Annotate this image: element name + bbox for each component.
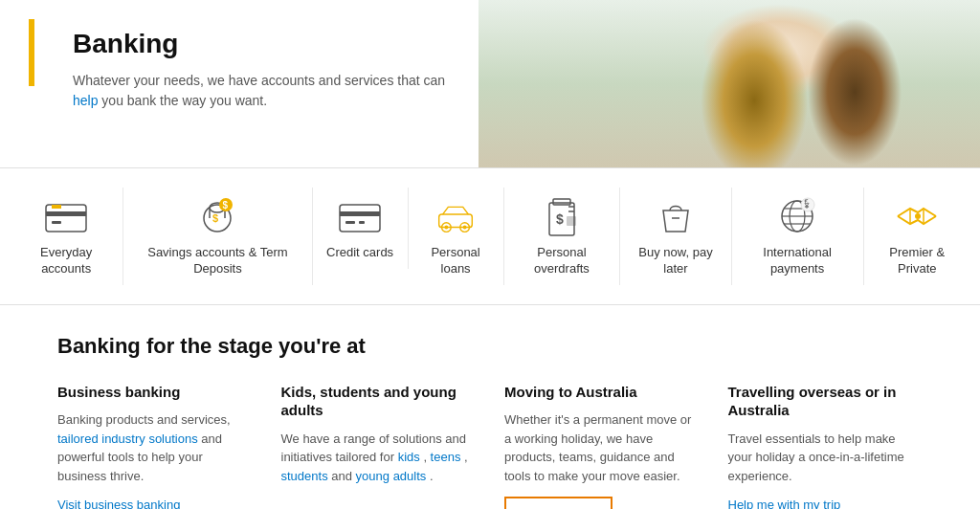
business-banking-title: Business banking [57,383,253,402]
hero-photo [479,0,980,167]
nav-card-buy-now-pay-later[interactable]: Buy now, pay later [620,188,731,285]
svg-rect-11 [340,205,380,232]
kids-students-text: We have a range of solutions and initiat… [281,430,477,486]
content-card-kids-students: Kids, students and young adults We have … [281,383,477,509]
young-adults-link[interactable]: young adults [356,469,427,483]
globe-icon: ¥ € [773,195,821,237]
travelling-overseas-title: Travelling overseas or in Australia [728,383,924,420]
handshake-icon [893,195,941,237]
page-title: Banking [73,29,450,59]
card-icon [42,195,90,237]
svg-text:$: $ [556,211,564,227]
content-grid: Business banking Banking products and se… [57,383,923,509]
svg-rect-3 [52,205,61,209]
nav-card-label: Savings accounts & Term Deposits [135,245,300,277]
nav-card-label: Premier & Private [876,245,959,277]
nav-card-label: International payments [744,245,852,277]
nav-card-label: Credit cards [326,245,393,261]
explore-more-button[interactable]: Explore more [504,497,612,509]
savings-icon: $ $ [193,195,241,237]
svg-rect-1 [46,211,86,216]
nav-card-international-payments[interactable]: ¥ € International payments [732,188,864,285]
nav-card-credit-cards[interactable]: Credit cards [313,188,409,269]
creditcard-icon [336,195,384,237]
nav-card-label: Personal overdrafts [516,245,609,277]
content-card-business-banking: Business banking Banking products and se… [57,383,253,509]
svg-text:$: $ [223,200,229,210]
moving-australia-text: Whether it's a permanent move or a worki… [504,410,700,485]
svg-point-18 [445,226,449,230]
kids-link[interactable]: kids [398,450,420,464]
svg-rect-13 [345,221,355,224]
svg-rect-25 [567,216,576,226]
kids-students-title: Kids, students and young adults [281,383,477,420]
hero-image [479,0,980,167]
nav-card-label: Buy now, pay later [632,245,719,277]
nav-cards-section: Everyday accounts $ $ Savings accounts & [0,167,980,305]
hero-left: Banking Whatever your needs, we have acc… [0,0,479,167]
nav-card-label: Personal loans [420,245,492,277]
svg-point-19 [463,226,467,230]
help-me-with-trip-link[interactable]: Help me with my trip [728,498,841,509]
content-section-title: Banking for the stage you're at [57,334,923,359]
svg-rect-12 [340,211,380,216]
car-icon [432,195,479,237]
nav-cards-grid: Everyday accounts $ $ Savings accounts & [10,188,970,285]
svg-rect-15 [439,214,473,227]
moving-australia-title: Moving to Australia [504,383,700,402]
svg-text:€: € [805,198,809,205]
page-wrapper: Banking Whatever your needs, we have acc… [0,0,980,509]
nav-card-savings-accounts[interactable]: $ $ Savings accounts & Term Deposits [123,188,312,285]
content-section: Banking for the stage you're at Business… [0,305,980,509]
svg-rect-14 [359,221,365,224]
content-card-moving-australia: Moving to Australia Whether it's a perma… [504,383,700,509]
overdraft-icon: $ [538,195,586,237]
nav-card-label: Everyday accounts [21,245,111,277]
hero-subtitle: Whatever your needs, we have accounts an… [73,71,450,111]
svg-point-37 [915,213,921,219]
business-banking-text: Banking products and services, tailored … [57,410,253,485]
svg-rect-2 [52,221,61,224]
svg-rect-21 [553,199,570,205]
travelling-overseas-text: Travel essentials to help make your holi… [728,430,924,486]
help-link[interactable]: help [73,93,98,108]
content-card-travelling-overseas: Travelling overseas or in Australia Trav… [728,383,924,509]
bag-icon [652,195,700,237]
nav-card-personal-loans[interactable]: Personal loans [409,188,504,285]
svg-rect-0 [46,205,86,232]
students-link[interactable]: students [281,469,328,483]
tailored-industry-link[interactable]: tailored industry solutions [57,432,198,446]
nav-card-premier-private[interactable]: Premier & Private [864,188,970,285]
nav-card-personal-overdrafts[interactable]: $ Personal overdrafts [504,188,621,285]
nav-card-everyday-accounts[interactable]: Everyday accounts [10,188,123,285]
hero-section: Banking Whatever your needs, we have acc… [0,0,980,167]
visit-business-banking-link[interactable]: Visit business banking [57,498,180,509]
teens-link[interactable]: teens [431,450,461,464]
svg-text:$: $ [212,212,218,224]
